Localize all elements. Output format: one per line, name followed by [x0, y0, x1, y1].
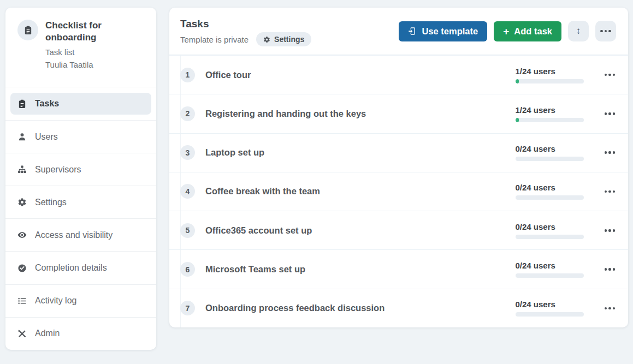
task-users-count: 0/24 users — [516, 144, 584, 153]
ellipsis-icon — [600, 30, 611, 33]
task-number-badge: 1 — [180, 68, 195, 82]
gear-icon — [263, 36, 270, 43]
progress-fill — [516, 79, 519, 83]
template-privacy-status: Template is private — [180, 35, 249, 44]
sidebar-item-label: Completion details — [35, 263, 107, 273]
task-number-badge: 4 — [180, 184, 195, 199]
checklist-title: Checklist for onboarding — [45, 20, 127, 44]
task-progress: 0/24 users — [516, 300, 584, 317]
template-settings-label: Settings — [274, 35, 304, 44]
sidebar-item-settings[interactable]: Settings — [5, 186, 156, 218]
task-title: Registering and handing out the keys — [205, 109, 516, 119]
ellipsis-icon — [605, 112, 616, 115]
sidebar-item-label: Tasks — [35, 99, 59, 109]
sidebar: Checklist for onboarding Task list Tuuli… — [5, 8, 156, 350]
task-users-count: 0/24 users — [516, 222, 584, 231]
page-title: Tasks — [180, 18, 311, 30]
more-options-button[interactable] — [595, 21, 616, 41]
task-more-button[interactable] — [604, 70, 617, 80]
task-title: Office365 account set up — [205, 225, 516, 236]
sidebar-item-label: Access and visibility — [35, 230, 113, 240]
checklist-type: Task list — [45, 47, 127, 57]
task-row[interactable]: 2Registering and handing out the keys1/2… — [169, 94, 628, 133]
task-row[interactable]: 1Office tour1/24 users — [169, 55, 628, 94]
task-progress: 1/24 users — [516, 105, 584, 122]
sidebar-item-label: Settings — [35, 198, 67, 207]
task-users-count: 0/24 users — [516, 300, 584, 309]
task-more-button[interactable] — [604, 109, 617, 118]
sidebar-item-access-and-visibility[interactable]: Access and visibility — [5, 218, 156, 251]
tasks-panel: Tasks Template is private Settings Use t… — [169, 8, 628, 327]
add-task-button[interactable]: + Add task — [494, 21, 561, 41]
sidebar-item-activity-log[interactable]: Activity log — [5, 284, 156, 317]
sidebar-item-label: Users — [35, 132, 58, 142]
sidebar-menu: TasksUsersSupervisorsSettingsAccess and … — [5, 87, 156, 350]
task-more-button[interactable] — [604, 265, 617, 274]
progress-track — [516, 118, 584, 122]
progress-track — [516, 312, 584, 317]
task-number-badge: 6 — [180, 262, 195, 277]
task-more-button[interactable] — [604, 304, 617, 313]
task-title: Laptop set up — [205, 147, 516, 158]
ellipsis-icon — [605, 307, 616, 310]
task-users-count: 1/24 users — [516, 67, 584, 76]
list-icon — [17, 296, 27, 306]
user-icon — [17, 132, 27, 141]
sitemap-icon — [17, 165, 27, 174]
task-number-badge: 3 — [180, 145, 195, 160]
task-row[interactable]: 6Microsoft Teams set up0/24 users — [169, 249, 628, 288]
checklist-owner: Tuulia Taatila — [45, 60, 127, 69]
task-title: Coffee break with the team — [205, 186, 516, 196]
clipboard-icon — [17, 20, 38, 40]
task-more-button[interactable] — [604, 226, 617, 235]
tools-icon — [17, 329, 27, 338]
task-row[interactable]: 3Laptop set up0/24 users — [169, 133, 628, 172]
task-row[interactable]: 4Coffee break with the team0/24 users — [169, 172, 628, 211]
template-settings-button[interactable]: Settings — [256, 32, 311, 46]
sidebar-item-label: Activity log — [35, 296, 76, 306]
task-number-badge: 7 — [180, 301, 195, 315]
sidebar-item-label: Supervisors — [35, 165, 81, 175]
use-template-button[interactable]: Use template — [399, 21, 487, 41]
progress-track — [516, 235, 584, 239]
task-progress: 0/24 users — [516, 261, 584, 278]
sort-vertical-icon: ↕ — [576, 26, 581, 37]
task-number-badge: 5 — [180, 223, 195, 238]
task-users-count: 0/24 users — [516, 183, 584, 192]
reorder-tasks-button[interactable]: ↕ — [568, 21, 589, 41]
plus-icon: + — [503, 26, 509, 37]
task-progress: 0/24 users — [516, 183, 584, 200]
ellipsis-icon — [605, 268, 616, 271]
task-row[interactable]: 7Onboarding process feedback discussion0… — [169, 289, 628, 327]
task-row[interactable]: 5Office365 account set up0/24 users — [169, 211, 628, 249]
sidebar-item-tasks[interactable]: Tasks — [5, 87, 156, 120]
task-progress: 1/24 users — [516, 67, 584, 83]
task-users-count: 1/24 users — [516, 105, 584, 115]
task-number-badge: 2 — [180, 106, 195, 121]
task-list: 1Office tour1/24 users2Registering and h… — [169, 55, 628, 327]
task-title: Microsoft Teams set up — [205, 264, 516, 275]
task-users-count: 0/24 users — [516, 261, 584, 270]
sidebar-item-supervisors[interactable]: Supervisors — [5, 153, 156, 186]
tasks-header: Tasks Template is private Settings Use t… — [169, 8, 628, 55]
task-title: Onboarding process feedback discussion — [205, 303, 516, 313]
sidebar-item-admin[interactable]: Admin — [5, 317, 156, 350]
progress-track — [516, 273, 584, 278]
task-progress: 0/24 users — [516, 144, 584, 161]
sidebar-item-label: Admin — [35, 329, 60, 338]
task-title: Office tour — [205, 70, 516, 80]
ellipsis-icon — [605, 190, 616, 193]
ellipsis-icon — [605, 229, 616, 232]
clipboard-icon — [17, 99, 27, 109]
task-more-button[interactable] — [604, 187, 617, 196]
sidebar-item-users[interactable]: Users — [5, 120, 156, 153]
task-more-button[interactable] — [604, 148, 617, 157]
ellipsis-icon — [605, 74, 616, 76]
progress-fill — [516, 118, 519, 122]
task-progress: 0/24 users — [516, 222, 584, 239]
check-circle-icon — [17, 264, 27, 273]
checklist-header: Checklist for onboarding Task list Tuuli… — [5, 8, 156, 87]
sidebar-item-completion-details[interactable]: Completion details — [5, 251, 156, 284]
use-template-label: Use template — [422, 26, 478, 37]
progress-track — [516, 157, 584, 161]
